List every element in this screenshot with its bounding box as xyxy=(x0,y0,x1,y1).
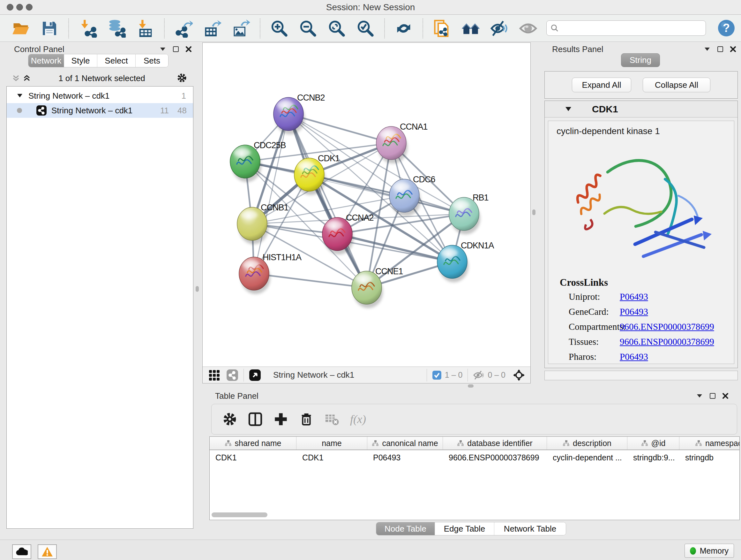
crosslink-link[interactable]: 9606.ENSP00000378699 xyxy=(620,321,714,332)
network-node-RB1[interactable] xyxy=(449,197,480,234)
panel-menu-icon[interactable] xyxy=(159,47,166,51)
search-input[interactable] xyxy=(562,23,702,33)
zoom-out-button[interactable] xyxy=(298,18,318,38)
table-cell[interactable]: stringdb:9... xyxy=(627,450,679,465)
network-node-CCNA1[interactable] xyxy=(376,126,408,164)
save-session-button[interactable] xyxy=(40,18,59,38)
tab-network[interactable]: Network xyxy=(28,54,64,67)
hidden-eye-icon[interactable] xyxy=(473,370,484,380)
import-network-from-database-button[interactable] xyxy=(107,18,126,38)
selected-checkbox-icon[interactable] xyxy=(432,370,442,380)
crosslink-link[interactable]: 9606.ENSP00000378699 xyxy=(620,336,714,347)
table-cell[interactable]: CDK1 xyxy=(210,450,296,465)
network-node-CCNB2[interactable] xyxy=(273,98,305,134)
network-edge-CDK1-RB1[interactable] xyxy=(309,175,464,214)
float-panel-icon[interactable] xyxy=(173,46,179,52)
crosslink-link[interactable]: P06493 xyxy=(620,307,648,317)
zoom-window-button[interactable] xyxy=(26,4,32,10)
delete-table-button[interactable] xyxy=(325,412,339,427)
zoom-selected-button[interactable] xyxy=(355,18,375,38)
panel-menu-icon[interactable] xyxy=(704,47,711,51)
network-node-CCNA2[interactable] xyxy=(322,217,354,254)
crosslink-link[interactable]: P06493 xyxy=(620,292,648,302)
tab-edge-table[interactable]: Edge Table xyxy=(435,522,494,535)
hide-selected-button[interactable] xyxy=(489,18,509,38)
close-window-button[interactable] xyxy=(7,4,13,10)
birds-eye-grid-icon[interactable] xyxy=(208,369,220,381)
import-table-button[interactable] xyxy=(135,18,155,38)
tab-node-table[interactable]: Node Table xyxy=(376,522,435,535)
table-cell[interactable]: P06493 xyxy=(367,450,443,465)
delete-column-button[interactable] xyxy=(299,412,314,427)
column-header-description[interactable]: description xyxy=(547,437,627,449)
right-splitter-handle[interactable] xyxy=(532,209,536,215)
tab-network-table[interactable]: Network Table xyxy=(494,522,566,535)
warnings-button[interactable] xyxy=(38,544,57,559)
first-neighbors-button[interactable] xyxy=(461,18,481,38)
horizontal-scrollbar[interactable] xyxy=(212,512,267,517)
cloud-button[interactable] xyxy=(12,544,31,559)
table-settings-button[interactable] xyxy=(222,412,237,427)
show-all-button[interactable] xyxy=(518,18,538,38)
export-table-button[interactable] xyxy=(202,18,222,38)
network-row[interactable]: String Network – cdk1 11 48 xyxy=(7,103,193,118)
zoom-in-button[interactable] xyxy=(269,18,289,38)
network-node-CDK1[interactable] xyxy=(294,158,326,195)
network-node-HIST1H1A[interactable] xyxy=(239,257,270,294)
table-cell[interactable]: cyclin-dependent ... xyxy=(547,450,627,465)
tab-style[interactable]: Style xyxy=(64,54,97,67)
expand-all-button[interactable]: Expand All xyxy=(572,78,631,92)
close-panel-icon[interactable] xyxy=(723,393,728,399)
network-node-CDC6[interactable] xyxy=(389,179,421,216)
close-panel-icon[interactable] xyxy=(730,46,736,52)
column-header--id[interactable]: @id xyxy=(627,437,679,449)
memory-button[interactable]: Memory xyxy=(684,544,734,558)
import-network-button[interactable] xyxy=(78,18,98,38)
column-header-namespace[interactable]: namespace xyxy=(679,437,740,449)
minimize-window-button[interactable] xyxy=(16,4,23,10)
table-row[interactable]: CDK1CDK1P064939606.ENSP00000378699cyclin… xyxy=(210,450,739,465)
column-header-shared-name[interactable]: shared name xyxy=(210,437,296,449)
export-image-button[interactable] xyxy=(231,18,251,38)
apply-layout-button[interactable] xyxy=(394,18,414,38)
toolbar-search[interactable] xyxy=(546,20,706,36)
string-badge-icon[interactable] xyxy=(226,369,239,381)
crosslink-link[interactable]: P06493 xyxy=(620,352,648,362)
close-panel-icon[interactable] xyxy=(186,46,192,52)
collapse-all-button[interactable]: Collapse All xyxy=(643,78,711,92)
column-header-database-identifier[interactable]: database identifier xyxy=(443,437,547,449)
network-edge-CCNE1-HIST1H1A[interactable] xyxy=(254,273,367,288)
table-cell[interactable]: 9606.ENSP00000378699 xyxy=(443,450,547,465)
table-cell[interactable]: CDK1 xyxy=(296,450,367,465)
export-network-button[interactable] xyxy=(174,18,193,38)
network-node-CDC25B[interactable] xyxy=(230,145,261,182)
network-options-gear-icon[interactable] xyxy=(177,73,187,83)
function-builder-button[interactable]: f(x) xyxy=(350,413,366,426)
panel-menu-icon[interactable] xyxy=(696,394,703,398)
create-column-button[interactable] xyxy=(273,412,288,427)
open-external-icon[interactable] xyxy=(249,369,261,381)
new-network-from-selection-button[interactable] xyxy=(432,18,452,38)
table-cell[interactable]: stringdb xyxy=(679,450,740,465)
tree-expander-icon[interactable] xyxy=(17,94,23,98)
float-panel-icon[interactable] xyxy=(718,46,723,52)
zoom-fit-button[interactable] xyxy=(327,18,347,38)
column-header-name[interactable]: name xyxy=(296,437,367,449)
network-canvas[interactable]: CCNB2CCNA1CDC25BCDK1CDC6RB1CCNB1CCNA2CDK… xyxy=(203,43,530,367)
left-splitter-handle[interactable] xyxy=(196,286,199,292)
help-button[interactable]: ? xyxy=(718,19,735,38)
network-node-CDKN1A[interactable] xyxy=(437,245,468,282)
float-panel-icon[interactable] xyxy=(710,393,716,399)
tab-sets[interactable]: Sets xyxy=(136,54,168,67)
gene-expander-icon[interactable] xyxy=(565,107,571,111)
open-session-button[interactable] xyxy=(11,18,30,38)
network-edge-CCNB2-HIST1H1A[interactable] xyxy=(254,114,288,273)
show-columns-button[interactable] xyxy=(248,412,263,427)
results-scroll-strip[interactable] xyxy=(544,371,738,380)
network-collection-row[interactable]: String Network – cdk1 1 xyxy=(7,88,193,103)
tab-string[interactable]: String xyxy=(621,53,660,67)
column-header-canonical-name[interactable]: canonical name xyxy=(367,437,443,449)
pan-crosshair-icon[interactable] xyxy=(513,369,525,381)
bottom-splitter-handle[interactable] xyxy=(468,384,474,388)
network-node-CCNE1[interactable] xyxy=(352,271,383,308)
